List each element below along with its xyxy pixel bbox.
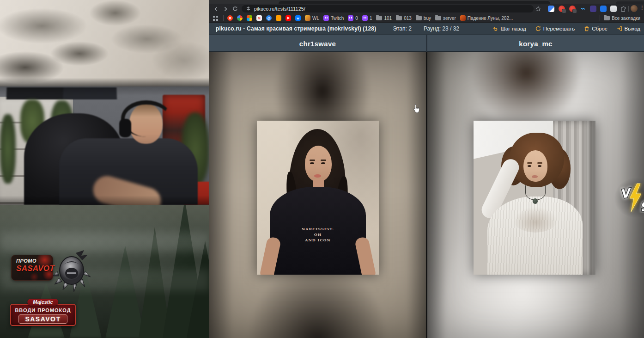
stream-left-column: ПРОМО SASAVOT bbox=[0, 0, 209, 338]
bookmark-vk[interactable]: w bbox=[295, 15, 301, 21]
moon-fall-icon bbox=[460, 15, 466, 21]
duel-arena: NARCISSIST. OH AND ICON bbox=[209, 52, 644, 338]
twitch-icon bbox=[348, 15, 353, 21]
webcam-shelf bbox=[0, 97, 73, 205]
contestant-photo-left[interactable]: NARCISSIST. OH AND ICON bbox=[257, 121, 379, 275]
contestant-panel-left[interactable]: NARCISSIST. OH AND ICON bbox=[209, 52, 426, 338]
bookmark-folder-101[interactable]: 101 bbox=[376, 16, 392, 21]
back-icon[interactable] bbox=[212, 5, 219, 12]
folder-icon bbox=[396, 16, 402, 20]
folder-icon bbox=[416, 16, 422, 20]
bookmark-folder-buy[interactable]: buy bbox=[416, 16, 431, 21]
shuffle-button[interactable]: Перемешать bbox=[535, 26, 575, 31]
webcam-plant bbox=[181, 112, 209, 186]
bookmark-mail-at[interactable]: @ bbox=[266, 15, 272, 21]
webcam-red-shelf bbox=[163, 95, 205, 154]
extensions-puzzle-icon[interactable] bbox=[620, 6, 627, 12]
exit-button[interactable]: Выход bbox=[617, 26, 640, 31]
reload-icon[interactable] bbox=[231, 5, 239, 12]
bookmark-google[interactable] bbox=[237, 15, 243, 21]
webcam-plant bbox=[20, 99, 44, 144]
majestic-promo-banner: Majestic ВВОДИ ПРОМОКОД SASAVOT bbox=[10, 304, 76, 326]
quiz-stage: Этап: 2 bbox=[393, 25, 412, 32]
browser-window: pikuco.ru/tests/111125/ ⋮ Я bbox=[209, 0, 644, 338]
promo-badge: ПРОМО SASAVOT bbox=[11, 255, 53, 281]
contestant-name-right[interactable]: korya_mc bbox=[427, 35, 644, 52]
youtube-icon bbox=[286, 15, 291, 21]
contestant-name-left[interactable]: chr1swave bbox=[209, 35, 426, 52]
contestant-panel-right[interactable] bbox=[427, 52, 644, 338]
bookmark-twitch[interactable]: Twitch bbox=[323, 15, 344, 21]
streamer-torso bbox=[59, 138, 198, 205]
portrait-pendant bbox=[533, 198, 538, 204]
envelope-icon bbox=[276, 15, 281, 21]
site-info-icon[interactable] bbox=[246, 5, 251, 13]
microsoft-icon bbox=[247, 15, 252, 21]
streamer-headphone-earcup bbox=[119, 119, 131, 137]
toolbar-divider bbox=[628, 6, 629, 12]
promo-label: ПРОМО bbox=[16, 258, 53, 264]
bookmark-moon-fall[interactable]: Падение Луны, 202... bbox=[460, 15, 513, 21]
bookmark-youtube[interactable] bbox=[286, 15, 291, 21]
extension-icon-red-2[interactable] bbox=[569, 6, 576, 12]
browser-toolbar: pikuco.ru/tests/111125/ ⋮ bbox=[209, 4, 644, 14]
webcam-red-couch bbox=[184, 182, 209, 205]
sound-extension-icon[interactable] bbox=[580, 6, 586, 12]
contestant-names-header: chr1swave korya_mc bbox=[209, 34, 644, 52]
undo-icon bbox=[492, 26, 498, 31]
promo-code-box: SASAVOT bbox=[18, 314, 67, 324]
shuffle-icon bbox=[535, 26, 541, 31]
folder-icon bbox=[604, 16, 610, 20]
extension-icon-red-1[interactable] bbox=[559, 6, 565, 12]
webcam-plant bbox=[51, 100, 73, 151]
bookmark-star-icon[interactable] bbox=[535, 5, 542, 12]
keyboard-extension-icon[interactable] bbox=[610, 6, 617, 12]
extension-icon-blue[interactable] bbox=[600, 6, 607, 12]
extension-icon-purple[interactable] bbox=[590, 6, 596, 12]
bookmark-twitch-1[interactable]: 1 bbox=[362, 15, 372, 21]
bookmark-gmail[interactable]: M bbox=[256, 15, 262, 21]
bookmark-mail[interactable] bbox=[276, 15, 281, 21]
folder-icon bbox=[435, 16, 441, 20]
browser-tab-strip bbox=[209, 0, 644, 4]
trash-icon bbox=[584, 26, 589, 31]
reset-button[interactable]: Сброс bbox=[584, 26, 607, 31]
fog-band bbox=[0, 233, 209, 251]
at-icon: @ bbox=[266, 15, 272, 21]
translate-extension-icon[interactable] bbox=[548, 6, 554, 12]
bookmarks-bar: Я M @ w WL Twitch 0 1 101 013 buy server… bbox=[209, 14, 644, 23]
bookmark-twitch-0[interactable]: 0 bbox=[348, 15, 358, 21]
promo-code: SASAVOT bbox=[16, 264, 53, 273]
bookmark-yandex[interactable]: Я bbox=[227, 15, 233, 21]
profile-avatar[interactable] bbox=[631, 5, 638, 12]
all-bookmarks[interactable]: Все закладки bbox=[599, 15, 640, 21]
webcam-swords-decor bbox=[3, 87, 160, 99]
exit-icon bbox=[617, 26, 622, 31]
address-bar[interactable]: pikuco.ru/tests/111125/ bbox=[242, 5, 534, 12]
bookmark-wl[interactable]: WL bbox=[305, 15, 319, 21]
bookmark-microsoft[interactable] bbox=[247, 15, 252, 21]
webcam-feed bbox=[0, 86, 209, 205]
scene-foggy-forest: ПРОМО SASAVOT bbox=[0, 205, 209, 338]
wolf-medallion-icon bbox=[52, 249, 91, 294]
tshirt-text: NARCISSIST. OH AND ICON bbox=[270, 226, 366, 243]
webcam-plant bbox=[0, 114, 16, 184]
step-back-button[interactable]: Шаг назад bbox=[492, 26, 526, 31]
apps-grid-icon[interactable] bbox=[213, 16, 218, 21]
vk-icon: w bbox=[295, 15, 301, 21]
webcam-chair bbox=[24, 113, 123, 205]
browser-menu-icon[interactable]: ⋮ bbox=[639, 5, 644, 11]
url-text[interactable]: pikuco.ru/tests/111125/ bbox=[254, 6, 305, 12]
yandex-icon: Я bbox=[227, 15, 233, 21]
twitch-icon bbox=[362, 15, 368, 21]
bookmark-folder-server[interactable]: server bbox=[435, 16, 456, 21]
twitch-icon bbox=[323, 15, 329, 21]
forward-icon[interactable] bbox=[222, 5, 229, 12]
google-icon bbox=[237, 15, 243, 21]
gmail-icon: M bbox=[256, 15, 262, 21]
bookmark-folder-013[interactable]: 013 bbox=[396, 16, 412, 21]
majestic-brand: Majestic bbox=[27, 299, 58, 306]
contestant-photo-right[interactable] bbox=[474, 121, 595, 275]
streamer-head bbox=[129, 103, 163, 144]
folder-icon bbox=[376, 16, 382, 20]
